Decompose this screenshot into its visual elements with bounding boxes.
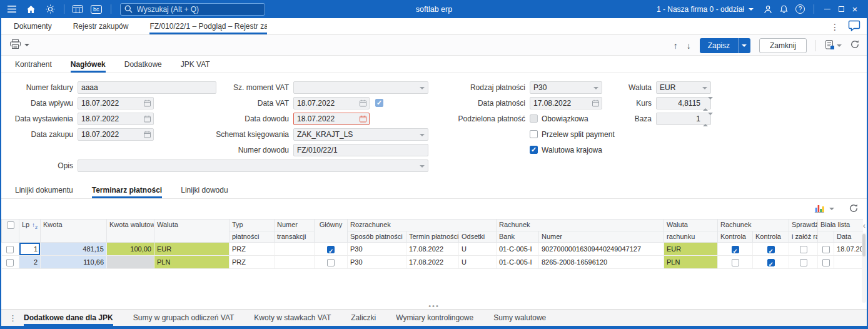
header-lp[interactable]: Lp↑2 — [19, 220, 41, 243]
header-kontrola-2[interactable]: Kontrola — [753, 231, 789, 243]
sz-moment-vat-input[interactable] — [294, 82, 428, 93]
header-waluta[interactable]: Waluta — [154, 220, 230, 243]
select-all-checkbox[interactable] — [7, 221, 14, 229]
header-odsetki[interactable]: Odsetki — [459, 231, 497, 243]
grid-refresh-icon[interactable] — [849, 204, 858, 215]
cell-typ-platnosci[interactable]: PRZ — [230, 256, 275, 269]
cell-waluta-rachunku[interactable]: PLN — [664, 256, 718, 269]
header-typ-platnosci[interactable]: Typ — [230, 220, 275, 231]
menu-icon[interactable] — [8, 0, 16, 18]
schemat-ksiegowania-input[interactable] — [294, 129, 428, 140]
header-kwota-walutowa[interactable]: Kwota walutowa — [107, 220, 154, 243]
header-waluta-rachunku-2[interactable]: rachunku — [664, 231, 718, 243]
header-group-rozrachunek[interactable]: Rozrachunek — [348, 220, 497, 231]
grid-icon[interactable] — [73, 0, 83, 18]
vertical-scrollbar[interactable] — [862, 233, 866, 303]
notifications-icon[interactable] — [780, 0, 788, 18]
cell-odsetki[interactable]: U — [459, 243, 497, 256]
rodzaj-platnosci-input[interactable] — [530, 82, 602, 93]
comments-icon[interactable] — [848, 20, 860, 33]
minimize-button[interactable] — [820, 0, 834, 18]
cell-waluta-rachunku[interactable]: EUR — [664, 243, 718, 256]
tab-kontrahent[interactable]: Kontrahent — [15, 56, 52, 73]
cell-sposob-platnosci[interactable]: P30 — [348, 256, 406, 269]
navigate-up-icon[interactable]: ↑ — [674, 41, 678, 50]
chevron-down-icon[interactable] — [420, 134, 425, 136]
data-platnosci-input[interactable] — [530, 98, 602, 109]
tab-wymiary-kontrolingowe[interactable]: Wymiary kontrolingowe — [396, 310, 473, 326]
header-kwota[interactable]: Kwota — [41, 220, 107, 243]
opis-input[interactable] — [78, 160, 428, 171]
header-biala-lista-check[interactable] — [818, 231, 834, 243]
data-zakupu-input[interactable] — [78, 129, 153, 140]
tab-sumy-w-grupach-odliczen-vat[interactable]: Sumy w grupach odliczeń VAT — [133, 310, 235, 326]
przelew-split-checkbox[interactable] — [530, 130, 538, 138]
company-selector[interactable]: 1 - Nasza firma 0 - oddział — [657, 5, 754, 14]
glowny-checkbox[interactable] — [327, 246, 335, 253]
data-wystawienia-input[interactable] — [78, 113, 153, 124]
data-vat-input[interactable] — [294, 98, 369, 109]
refresh-icon[interactable] — [850, 40, 859, 51]
numer-faktury-input[interactable] — [78, 82, 216, 93]
tab-terminarz-platnosci[interactable]: Terminarz płatności — [92, 181, 162, 198]
theme-icon[interactable] — [46, 0, 55, 18]
tab-linijki-dowodu[interactable]: Linijki dowodu — [181, 181, 228, 198]
data-dowodu-input[interactable] — [294, 113, 369, 124]
spinner-icon[interactable] — [703, 115, 708, 124]
splitter-handle[interactable]: ••• — [0, 303, 868, 308]
cell-kwota[interactable]: 110,66 — [41, 256, 107, 269]
header-typ-platnosci-2[interactable]: płatności — [230, 231, 275, 243]
tab-sumy-walutowe[interactable]: Sumy walutowe — [493, 310, 546, 326]
print-button[interactable] — [10, 39, 29, 51]
header-numer-transakcji[interactable]: Numer — [275, 220, 315, 231]
biala-lista-checkbox[interactable] — [822, 246, 830, 253]
more-options-icon[interactable]: ⋮ — [830, 23, 839, 31]
row-select-checkbox[interactable] — [6, 246, 14, 253]
tab-document-preview[interactable]: FZ/010/22/1 – Podgląd – Rejestr zakupów — [149, 18, 267, 34]
cell-waluta[interactable]: PLN — [154, 256, 230, 269]
cell-lp[interactable]: 2 — [19, 256, 41, 269]
header-biala-lista-data[interactable]: Data — [834, 231, 863, 243]
sprawdz-checkbox[interactable] — [800, 246, 807, 253]
chart-icon[interactable] — [814, 204, 824, 215]
kontrola-1-checkbox[interactable] — [732, 259, 739, 266]
tab-rejestr-zakupow[interactable]: Rejestr zakupów — [73, 18, 129, 34]
cell-numer-transakcji[interactable] — [275, 256, 315, 269]
walutowa-krajowa-checkbox[interactable] — [530, 146, 538, 154]
layout-settings-button[interactable] — [825, 40, 842, 51]
header-group-biala-lista[interactable]: Biała lista — [818, 220, 863, 231]
header-termin-platnosci[interactable]: Termin płatności — [406, 231, 459, 243]
cell-biala-lista-data[interactable]: 18.07.2022 — [834, 243, 863, 256]
cell-bank[interactable]: 01-C-005-I — [497, 243, 539, 256]
close-document-button[interactable]: Zamknij — [759, 38, 807, 53]
kontrola-2-checkbox[interactable] — [767, 259, 775, 266]
cell-termin-platnosci[interactable]: 17.08.2022 — [406, 243, 459, 256]
save-dropdown[interactable] — [738, 38, 750, 53]
chevron-down-icon[interactable] — [829, 208, 834, 210]
tab-dodatkowe[interactable]: Dodatkowe — [124, 56, 162, 73]
search-input[interactable] — [120, 3, 265, 16]
kontrola-2-checkbox[interactable] — [767, 246, 775, 253]
chevron-down-icon[interactable] — [702, 87, 707, 89]
panel-collapse-icon[interactable]: ‹ — [863, 221, 865, 230]
tab-kwoty-w-stawkach-vat[interactable]: Kwoty w stawkach VAT — [254, 310, 331, 326]
header-waluta-rachunku[interactable]: Waluta — [664, 220, 718, 231]
save-button[interactable]: Zapisz — [700, 38, 750, 53]
cell-kwota-walutowa[interactable] — [107, 256, 154, 269]
cell-odsetki[interactable]: U — [459, 256, 497, 269]
tab-naglowek[interactable]: Nagłówek — [71, 56, 106, 73]
bottom-tabs-menu-icon[interactable]: ⋮ — [9, 310, 17, 326]
cell-typ-platnosci[interactable]: PRZ — [230, 243, 275, 256]
kontrola-1-checkbox[interactable] — [732, 246, 739, 253]
scrollbar-thumb[interactable] — [862, 234, 865, 256]
tab-jpk-vat[interactable]: JPK VAT — [181, 56, 210, 73]
header-sprawdz-2[interactable]: i załóż rachunek — [789, 231, 818, 243]
cell-termin-platnosci[interactable]: 17.08.2022 — [406, 256, 459, 269]
cell-numer-transakcji[interactable] — [275, 243, 315, 256]
header-sprawdz[interactable]: Sprawdź — [789, 220, 818, 231]
tab-dodatkowe-dane-jpk[interactable]: Dodatkowe dane dla JPK — [24, 310, 113, 326]
row-select-checkbox[interactable] — [6, 259, 14, 266]
cell-numer-rachunku[interactable]: 90270000016309440249047127 — [539, 243, 664, 256]
tab-linijki-dokumentu[interactable]: Linijki dokumentu — [15, 181, 73, 198]
tab-zaliczki[interactable]: Zaliczki — [351, 310, 376, 326]
